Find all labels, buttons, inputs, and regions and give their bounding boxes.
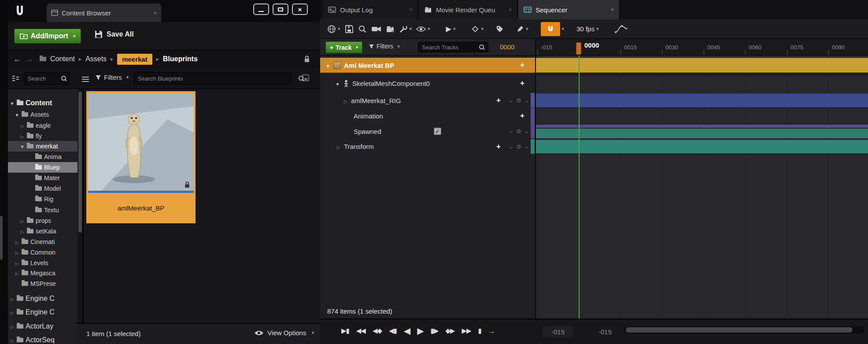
tree-item-engine-content-2[interactable]: Engine C: [8, 306, 78, 318]
expander-icon[interactable]: [10, 99, 15, 107]
track-filters-button[interactable]: Filters ▾: [369, 43, 400, 50]
tab-close-icon[interactable]: ×: [409, 7, 412, 13]
keyframe-nav[interactable]: ←⊙→: [509, 144, 529, 150]
expander-icon[interactable]: [15, 249, 19, 256]
expander-icon[interactable]: [325, 62, 330, 69]
filters-button[interactable]: Filters ▾: [95, 74, 129, 81]
expander-icon[interactable]: [343, 97, 348, 104]
edge-scrollbar[interactable]: [0, 216, 3, 260]
range-start-field[interactable]: -015: [543, 326, 573, 337]
next-key-icon[interactable]: →: [524, 144, 529, 150]
expander-icon[interactable]: [15, 259, 19, 266]
jump-to-end-button[interactable]: ▮: [478, 327, 481, 335]
expander-icon[interactable]: [336, 143, 341, 150]
play-button[interactable]: ▶: [417, 326, 423, 336]
tree-item-engine-content[interactable]: Engine C: [8, 292, 78, 305]
track-bar-spawned[interactable]: [536, 129, 868, 138]
jump-to-start-button[interactable]: ▶▮: [341, 327, 349, 335]
minimize-button[interactable]: [253, 4, 269, 15]
track-bar-transform[interactable]: [536, 140, 868, 153]
expander-icon[interactable]: [10, 308, 15, 316]
expander-icon[interactable]: [15, 111, 19, 118]
forward-button[interactable]: →: [25, 55, 33, 64]
tree-item-megascans[interactable]: Megasca: [8, 268, 78, 278]
tree-item-cinematics[interactable]: Cinemati: [8, 237, 78, 247]
breadcrumb-item-blueprints[interactable]: Blueprints: [163, 55, 198, 63]
tree-item-meerkat[interactable]: meerkat: [8, 141, 78, 152]
tree-item-common[interactable]: Common: [8, 247, 78, 258]
tree-item-levels[interactable]: Levels: [8, 258, 78, 268]
tree-item-props[interactable]: props: [8, 215, 78, 226]
search-blueprints-input[interactable]: [134, 72, 291, 85]
prev-key-icon[interactable]: ←: [509, 144, 514, 150]
expander-icon[interactable]: [15, 238, 19, 245]
world-outliner-button[interactable]: ▾: [327, 25, 340, 33]
loop-mode-button[interactable]: →: [488, 327, 495, 335]
track-row-animation[interactable]: Animation +: [320, 108, 535, 123]
tree-scrollbar-thumb[interactable]: [78, 92, 82, 233]
breadcrumb-item-assets[interactable]: Assets: [85, 55, 107, 63]
add-section-icon[interactable]: +: [496, 96, 501, 105]
tree-item-blueprints[interactable]: Bluep: [8, 162, 78, 173]
step-forward-button[interactable]: ▮▶: [431, 327, 439, 335]
tab-output-log[interactable]: Output Log ×: [323, 0, 418, 19]
add-key-icon[interactable]: ⊙: [517, 128, 521, 134]
tab-content-browser[interactable]: Content Browser ×: [47, 4, 161, 22]
tab-sequencer[interactable]: Sequencer ×: [518, 0, 620, 19]
tree-item-setkala[interactable]: setKala: [8, 226, 78, 237]
find-in-browser-button[interactable]: [358, 25, 367, 33]
tree-item-textures[interactable]: Textu: [8, 205, 78, 215]
next-key-button[interactable]: ◆▶: [445, 327, 454, 335]
track-row-skeletalmesh[interactable]: SkeletalMeshComponent0 +: [320, 76, 535, 91]
keyframe-nav[interactable]: ←⊙→: [509, 128, 529, 134]
tab-close-icon[interactable]: ×: [611, 7, 614, 13]
keyframe-options-button[interactable]: ▾: [471, 25, 484, 33]
track-bar-spawned-purple[interactable]: [536, 125, 868, 128]
close-button[interactable]: ×: [292, 4, 308, 15]
playhead-marker[interactable]: [576, 42, 581, 55]
playback-options-button[interactable]: ▶▾: [446, 25, 456, 33]
tree-scrollbar[interactable]: [78, 89, 83, 344]
keyframe-nav[interactable]: ←⊙→: [509, 97, 529, 104]
tree-item-fly[interactable]: fly: [8, 131, 78, 141]
edit-options-button[interactable]: ▾: [516, 25, 528, 33]
asset-item-amlmeerkat-bp[interactable]: amlMeerkat_BP: [86, 91, 196, 223]
tab-close-icon[interactable]: ×: [153, 10, 157, 16]
prev-key-icon[interactable]: ←: [509, 97, 514, 104]
auto-key-button[interactable]: [496, 25, 504, 33]
maximize-button[interactable]: [273, 4, 288, 15]
track-row-spawned[interactable]: Spawned ✓ ←⊙→: [320, 124, 535, 138]
tree-item-content[interactable]: Content: [8, 98, 78, 108]
tree-item-mspresets[interactable]: MSPrese: [8, 278, 78, 289]
expander-icon[interactable]: [20, 217, 25, 224]
playhead-line[interactable]: [579, 55, 580, 318]
add-import-button[interactable]: Add/Import ▾: [14, 29, 81, 44]
tree-item-rig[interactable]: Rig: [8, 194, 78, 204]
tree-item-materials[interactable]: Mater: [8, 173, 78, 183]
add-section-icon[interactable]: +: [496, 142, 501, 151]
tab-close-icon[interactable]: ×: [509, 7, 512, 13]
prev-key-icon[interactable]: ←: [509, 128, 514, 134]
expander-icon[interactable]: [335, 80, 340, 87]
previous-frame-button[interactable]: ◀◀: [356, 327, 366, 335]
save-sequence-button[interactable]: [345, 25, 354, 33]
search-tracks-input[interactable]: [418, 42, 488, 52]
outliner-timeline-divider[interactable]: [535, 39, 536, 318]
snapping-button[interactable]: ▾: [541, 22, 565, 36]
track-row-aml-meerkat-bp[interactable]: Aml Meerkat BP +: [320, 58, 535, 73]
curve-editor-button[interactable]: [614, 24, 628, 34]
timeline-ruler[interactable]: -015 0015 0030 0045 0060 0075 0090 0000: [536, 39, 868, 55]
back-button[interactable]: ←: [13, 55, 21, 64]
track-row-transform[interactable]: Transform + ←⊙→: [320, 139, 535, 154]
save-all-button[interactable]: Save All: [94, 30, 134, 39]
list-view-icon[interactable]: [82, 77, 89, 82]
expander-icon[interactable]: [20, 133, 25, 140]
timeline-scrollbar[interactable]: [624, 326, 864, 333]
track-row-amlmeerkat-rig[interactable]: amlMeerkat_RIG + ←⊙→: [320, 93, 535, 108]
titlebar[interactable]: Content Browser × ×: [8, 0, 320, 22]
expander-icon[interactable]: [20, 143, 25, 150]
spawned-checkbox[interactable]: ✓: [434, 128, 441, 135]
breadcrumb-item-content[interactable]: Content: [50, 55, 75, 63]
add-section-icon[interactable]: +: [520, 111, 524, 120]
add-section-icon[interactable]: +: [520, 79, 524, 88]
